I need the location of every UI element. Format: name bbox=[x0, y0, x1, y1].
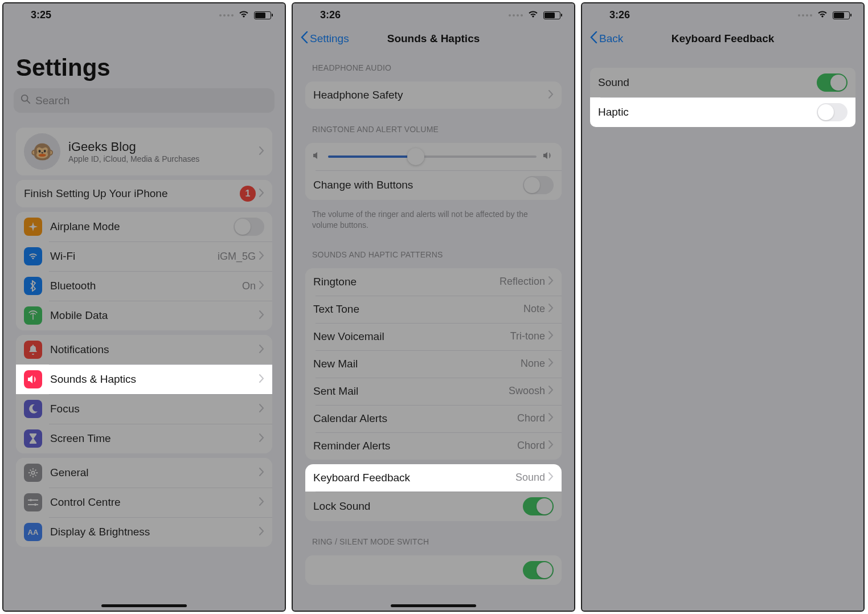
chevron-right-icon bbox=[259, 281, 264, 292]
battery-icon bbox=[833, 11, 850, 19]
haptic-toggle[interactable] bbox=[817, 103, 847, 121]
ring-silent-row[interactable] bbox=[305, 555, 562, 585]
battery-icon bbox=[543, 11, 560, 19]
headphone-safety-row[interactable]: Headphone Safety bbox=[305, 81, 562, 109]
text-tone-row[interactable]: Text Tone Note bbox=[305, 296, 562, 323]
nav-title: Sounds & Haptics bbox=[387, 32, 480, 45]
navbar: Settings Sounds & Haptics bbox=[293, 24, 574, 52]
airplane-toggle[interactable] bbox=[234, 218, 264, 236]
new-mail-row[interactable]: New Mail None bbox=[305, 350, 562, 378]
chevron-right-icon bbox=[259, 310, 264, 321]
calendar-label: Calendar Alerts bbox=[313, 412, 517, 425]
voicemail-label: New Voicemail bbox=[313, 330, 510, 343]
control-centre-row[interactable]: Control Centre bbox=[16, 488, 272, 517]
sound-toggle[interactable] bbox=[817, 73, 847, 92]
search-icon bbox=[21, 94, 31, 107]
calendar-alerts-row[interactable]: Calendar Alerts Chord bbox=[305, 405, 562, 432]
notifications-label: Notifications bbox=[50, 343, 259, 356]
hourglass-icon bbox=[24, 429, 42, 448]
text-tone-value: Note bbox=[523, 303, 545, 315]
back-label: Back bbox=[599, 32, 623, 45]
back-button[interactable]: Back bbox=[590, 31, 623, 46]
apple-id-sub: Apple ID, iCloud, Media & Purchases bbox=[68, 154, 259, 163]
sentmail-label: Sent Mail bbox=[313, 385, 509, 398]
focus-row[interactable]: Focus bbox=[16, 394, 272, 424]
slider-thumb[interactable] bbox=[407, 148, 424, 165]
svg-point-0 bbox=[22, 95, 28, 101]
bell-icon bbox=[24, 341, 42, 359]
ring-silent-label bbox=[313, 564, 523, 576]
clock: 3:25 bbox=[31, 9, 51, 21]
keyboard-feedback-row[interactable]: Keyboard Feedback Sound bbox=[305, 464, 562, 492]
finish-setup-label: Finish Setting Up Your iPhone bbox=[24, 187, 240, 200]
chevron-right-icon bbox=[548, 386, 554, 396]
volume-slider[interactable] bbox=[328, 155, 537, 158]
wifi-row[interactable]: Wi-Fi iGM_5G bbox=[16, 241, 272, 271]
chevron-right-icon bbox=[548, 331, 554, 342]
wifi-label: Wi-Fi bbox=[50, 250, 218, 263]
haptic-row[interactable]: Haptic bbox=[590, 97, 855, 127]
chevron-left-icon bbox=[301, 31, 308, 46]
reminder-alerts-row[interactable]: Reminder Alerts Chord bbox=[305, 432, 562, 460]
display-row[interactable]: AA Display & Brightness bbox=[16, 517, 272, 547]
chevron-right-icon bbox=[548, 90, 554, 101]
section-footer: The volume of the ringer and alerts will… bbox=[295, 204, 572, 239]
section-header: SOUNDS AND HAPTIC PATTERNS bbox=[295, 239, 572, 264]
bluetooth-row[interactable]: Bluetooth On bbox=[16, 271, 272, 301]
lock-sound-toggle[interactable] bbox=[523, 497, 554, 515]
mobile-data-row[interactable]: Mobile Data bbox=[16, 301, 272, 330]
gear-icon bbox=[24, 464, 42, 482]
change-with-buttons-row[interactable]: Change with Buttons bbox=[305, 170, 562, 200]
screen-sounds-haptics: 3:26 Settings Sounds & Haptics HEADPHONE… bbox=[292, 2, 575, 612]
status-bar: 3:26 bbox=[293, 3, 574, 24]
newmail-value: None bbox=[521, 358, 545, 370]
volume-low-icon bbox=[313, 152, 321, 162]
bluetooth-icon bbox=[24, 277, 42, 295]
reminder-value: Chord bbox=[517, 440, 545, 452]
back-button[interactable]: Settings bbox=[301, 31, 349, 46]
sent-mail-row[interactable]: Sent Mail Swoosh bbox=[305, 378, 562, 405]
chevron-right-icon bbox=[548, 358, 554, 369]
screen-time-row[interactable]: Screen Time bbox=[16, 424, 272, 453]
newmail-label: New Mail bbox=[313, 358, 521, 370]
new-voicemail-row[interactable]: New Voicemail Tri-tone bbox=[305, 323, 562, 350]
reminder-label: Reminder Alerts bbox=[313, 440, 517, 452]
ring-silent-toggle[interactable] bbox=[523, 561, 554, 579]
apple-id-row[interactable]: 🐵 iGeeks Blog Apple ID, iCloud, Media & … bbox=[16, 128, 272, 175]
lock-sound-row[interactable]: Lock Sound bbox=[305, 492, 562, 521]
home-indicator[interactable] bbox=[101, 604, 187, 607]
search-input[interactable]: Search bbox=[14, 88, 275, 113]
back-label: Settings bbox=[310, 32, 349, 45]
chevron-right-icon bbox=[259, 146, 264, 157]
notifications-row[interactable]: Notifications bbox=[16, 335, 272, 365]
navbar: Back Keyboard Feedback bbox=[582, 24, 863, 52]
ringtone-label: Ringtone bbox=[313, 276, 499, 288]
antenna-icon bbox=[24, 306, 42, 325]
finish-setup-row[interactable]: Finish Setting Up Your iPhone 1 bbox=[16, 180, 272, 207]
svg-line-1 bbox=[27, 101, 30, 104]
speaker-icon bbox=[24, 370, 42, 388]
display-label: Display & Brightness bbox=[50, 526, 259, 538]
wifi-settings-icon bbox=[24, 247, 42, 265]
chevron-right-icon bbox=[259, 189, 264, 199]
haptic-label: Haptic bbox=[598, 106, 817, 118]
airplane-mode-row[interactable]: Airplane Mode bbox=[16, 212, 272, 241]
sound-row[interactable]: Sound bbox=[590, 68, 855, 97]
section-header: RINGTONE AND ALERT VOLUME bbox=[295, 113, 572, 138]
screen-keyboard-feedback: 3:26 Back Keyboard Feedback Sound Haptic bbox=[581, 2, 865, 612]
status-bar: 3:25 bbox=[3, 3, 285, 24]
sounds-haptics-row[interactable]: Sounds & Haptics bbox=[16, 365, 272, 394]
wifi-icon bbox=[817, 9, 828, 21]
sound-label: Sound bbox=[598, 76, 817, 89]
home-indicator[interactable] bbox=[391, 604, 476, 607]
change-buttons-toggle[interactable] bbox=[523, 176, 554, 194]
headphone-safety-label: Headphone Safety bbox=[313, 89, 548, 101]
chevron-right-icon bbox=[548, 440, 554, 451]
ringtone-row[interactable]: Ringtone Reflection bbox=[305, 268, 562, 296]
bluetooth-label: Bluetooth bbox=[50, 280, 242, 292]
search-placeholder: Search bbox=[35, 95, 69, 107]
ringtone-value: Reflection bbox=[499, 276, 545, 288]
general-row[interactable]: General bbox=[16, 458, 272, 488]
notification-badge: 1 bbox=[240, 186, 256, 202]
cellular-dots-icon bbox=[509, 14, 523, 17]
